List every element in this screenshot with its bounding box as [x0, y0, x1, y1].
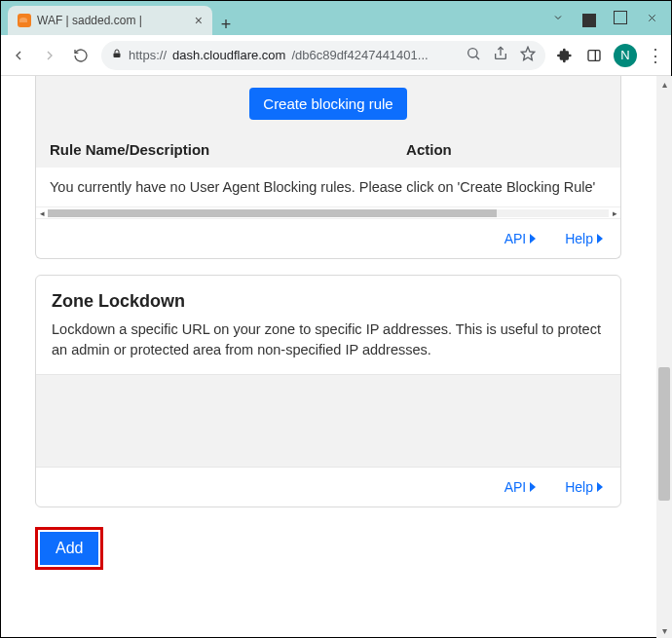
zone-lockdown-title: Zone Lockdown: [52, 291, 605, 312]
reload-button[interactable]: [70, 45, 92, 66]
close-window-button[interactable]: [645, 11, 658, 24]
url-scheme: https://: [129, 48, 167, 62]
add-button[interactable]: Add: [40, 532, 98, 565]
svg-rect-7: [588, 50, 600, 60]
create-blocking-rule-button[interactable]: Create blocking rule: [249, 88, 406, 120]
caret-right-icon: [597, 482, 603, 492]
vscroll-thumb[interactable]: [658, 367, 670, 500]
zone-lockdown-body: [36, 374, 620, 468]
scroll-left-icon[interactable]: ◂: [36, 208, 48, 218]
empty-rules-message: You currently have no User Agent Blockin…: [36, 168, 620, 206]
avatar-letter: N: [620, 48, 629, 62]
browser-tab[interactable]: WAF | sadded.com | ×: [8, 6, 212, 35]
add-button-highlight: Add: [35, 527, 103, 570]
window-controls: [538, 0, 672, 35]
help-link[interactable]: Help: [565, 479, 603, 495]
column-action: Action: [406, 141, 607, 158]
caret-right-icon: [530, 234, 536, 244]
horizontal-scrollbar[interactable]: ◂ ▸: [36, 206, 620, 218]
caret-right-icon: [597, 234, 603, 244]
search-icon[interactable]: [466, 46, 481, 64]
caret-right-icon: [530, 482, 536, 492]
share-icon[interactable]: [493, 46, 508, 64]
bookmark-star-icon[interactable]: [520, 46, 536, 64]
tab-strip: WAF | sadded.com | × +: [0, 0, 538, 35]
url-host: dash.cloudflare.com: [172, 48, 285, 62]
scroll-right-icon[interactable]: ▸: [609, 208, 620, 218]
minimize-button[interactable]: [582, 11, 596, 24]
help-link[interactable]: Help: [565, 231, 603, 246]
side-panel-icon[interactable]: [584, 48, 604, 63]
hscroll-thumb[interactable]: [48, 209, 497, 217]
zone-lockdown-card: Zone Lockdown Lockdown a specific URL on…: [35, 275, 621, 507]
close-tab-icon[interactable]: ×: [195, 13, 203, 28]
window-title-bar: WAF | sadded.com | × +: [0, 0, 672, 35]
svg-line-4: [476, 56, 479, 59]
content-area: Create blocking rule Rule Name/Descripti…: [0, 76, 656, 638]
chevron-down-icon[interactable]: [551, 11, 565, 24]
column-rule-name: Rule Name/Description: [50, 141, 406, 158]
menu-button[interactable]: ⋮: [647, 45, 664, 66]
svg-rect-2: [114, 54, 121, 58]
tab-title: WAF | sadded.com |: [37, 14, 142, 27]
profile-avatar[interactable]: N: [614, 44, 637, 67]
page-viewport: Create blocking rule Rule Name/Descripti…: [0, 76, 672, 638]
svg-marker-6: [521, 47, 534, 59]
url-path: /db6c89df4247441401...: [291, 48, 428, 62]
forward-button[interactable]: [39, 45, 60, 66]
cloudflare-favicon: [18, 14, 31, 27]
scroll-up-icon[interactable]: ▴: [656, 76, 672, 92]
maximize-button[interactable]: [614, 11, 627, 24]
new-tab-button[interactable]: +: [212, 15, 240, 35]
address-bar[interactable]: https://dash.cloudflare.com/db6c89df4247…: [101, 41, 545, 70]
user-agent-blocking-card: Create blocking rule Rule Name/Descripti…: [35, 76, 621, 259]
lock-icon: [111, 48, 123, 62]
api-link[interactable]: API: [504, 479, 537, 495]
extensions-icon[interactable]: [555, 48, 575, 63]
zone-lockdown-description: Lockdown a specific URL on your zone to …: [52, 319, 605, 360]
vertical-scrollbar[interactable]: ▴ ▾: [656, 76, 672, 638]
back-button[interactable]: [8, 45, 29, 66]
svg-point-3: [468, 49, 477, 57]
api-link[interactable]: API: [504, 231, 537, 246]
browser-toolbar: https://dash.cloudflare.com/db6c89df4247…: [0, 35, 672, 76]
scroll-down-icon[interactable]: ▾: [656, 622, 672, 638]
address-actions: [466, 46, 536, 64]
